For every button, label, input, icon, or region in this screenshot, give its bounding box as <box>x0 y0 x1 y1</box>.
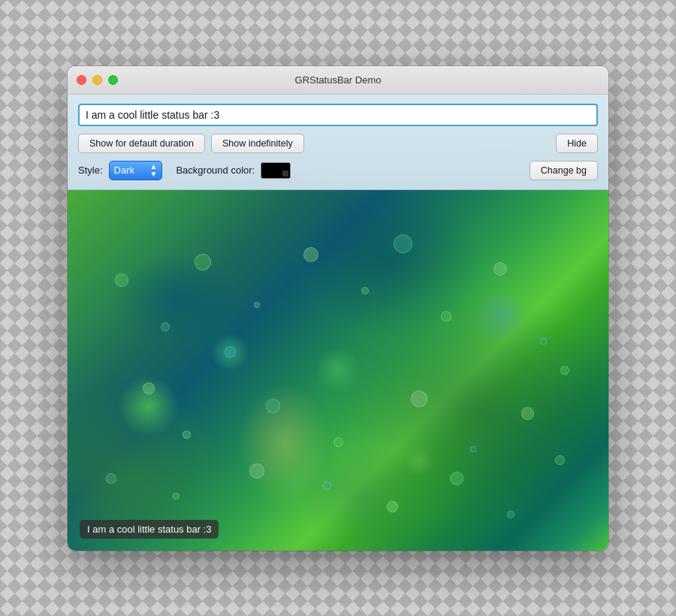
window-title: GRStatusBar Demo <box>295 74 382 86</box>
bubble <box>361 287 369 294</box>
bubble <box>254 302 260 308</box>
bubble <box>266 399 280 413</box>
bubble <box>394 234 412 253</box>
bubble <box>450 472 463 485</box>
toolbar: Show for default duration Show indefinit… <box>68 95 608 190</box>
close-button[interactable] <box>77 75 86 85</box>
bubble <box>333 437 343 447</box>
bubbles-layer <box>68 190 608 551</box>
bubble <box>225 346 236 358</box>
toolbar-row-2: Show for default duration Show indefinit… <box>78 134 598 153</box>
status-bar-overlay: I am a cool little status bar :3 <box>80 520 219 539</box>
minimize-button[interactable] <box>92 75 102 85</box>
style-label: Style: <box>78 165 103 176</box>
toolbar-row-1 <box>78 104 598 126</box>
bubble <box>387 501 398 512</box>
app-window: GRStatusBar Demo Show for default durati… <box>68 66 608 551</box>
maximize-button[interactable] <box>108 75 118 85</box>
bubble <box>106 473 116 484</box>
bubble <box>507 511 515 518</box>
select-arrows-icon: ▲ ▼ <box>150 163 158 178</box>
bubble <box>411 391 427 407</box>
bubble <box>161 322 170 331</box>
bubble <box>493 262 507 276</box>
bubble <box>183 430 191 439</box>
bubble <box>173 493 180 500</box>
toolbar-row-3: Style: Dark Light Default ▲ ▼ Background… <box>78 161 598 180</box>
background-color-label: Background color: <box>176 165 255 176</box>
bubble <box>143 382 155 394</box>
hide-button[interactable]: Hide <box>556 134 598 153</box>
content-area: I am a cool little status bar :3 <box>68 190 608 551</box>
bubble <box>195 254 211 270</box>
titlebar: GRStatusBar Demo <box>68 66 608 95</box>
traffic-lights <box>77 75 118 85</box>
bubble <box>115 273 128 287</box>
bubble <box>303 247 318 262</box>
bubble <box>249 464 264 479</box>
bubble <box>555 455 565 465</box>
status-text-input[interactable] <box>78 104 598 126</box>
bubble <box>540 338 547 345</box>
show-indefinitely-button[interactable]: Show indefinitely <box>211 134 304 153</box>
show-default-button[interactable]: Show for default duration <box>78 134 205 153</box>
color-swatch[interactable] <box>261 162 291 179</box>
style-select[interactable]: Dark Light Default <box>114 165 147 176</box>
bubble <box>441 311 451 322</box>
status-bar-text: I am a cool little status bar :3 <box>87 524 211 535</box>
change-bg-button[interactable]: Change bg <box>530 161 598 180</box>
bubble <box>470 446 476 452</box>
style-select-wrapper[interactable]: Dark Light Default ▲ ▼ <box>109 161 163 180</box>
bubble <box>521 407 534 420</box>
bubble <box>560 366 569 375</box>
bubble <box>323 482 331 490</box>
